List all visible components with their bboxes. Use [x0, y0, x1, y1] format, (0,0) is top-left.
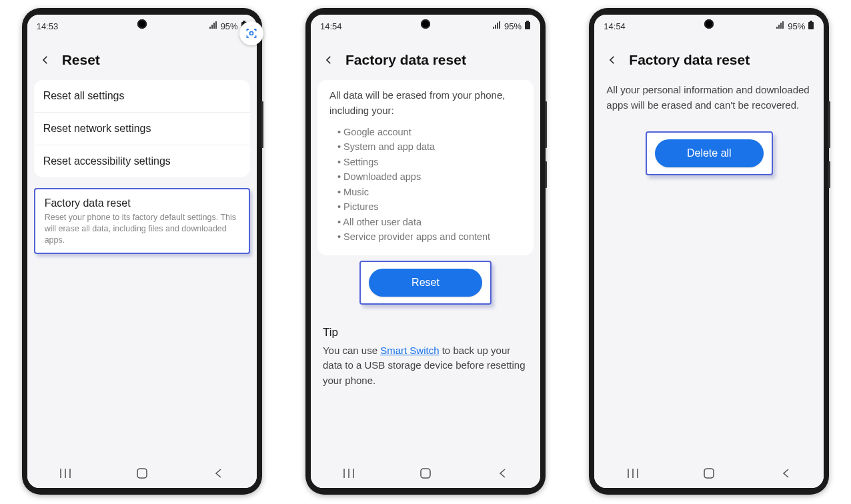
clock: 14:53: [37, 21, 59, 31]
page-header: Factory data reset: [594, 37, 824, 80]
reset-network-settings[interactable]: Reset network settings: [34, 113, 250, 145]
erase-item: Pictures: [337, 199, 522, 214]
back-nav-button[interactable]: [205, 465, 231, 481]
svg-rect-4: [525, 22, 530, 29]
recents-button[interactable]: [335, 465, 362, 481]
home-button[interactable]: [129, 465, 155, 481]
page-title: Factory data reset: [345, 52, 466, 68]
nav-bar: [311, 459, 540, 488]
tip-text-before: You can use: [323, 345, 380, 356]
back-button[interactable]: [321, 53, 336, 67]
reset-accessibility-settings[interactable]: Reset accessibility settings: [34, 145, 250, 177]
front-camera-icon: [137, 19, 147, 29]
home-button[interactable]: [696, 465, 722, 481]
erase-item: Service provider apps and content: [337, 229, 522, 244]
back-nav-button[interactable]: [772, 465, 799, 481]
tip-heading: Tip: [311, 317, 540, 343]
back-button[interactable]: [38, 53, 53, 67]
screenshot-badge[interactable]: [239, 21, 263, 45]
erase-list: Google account System and app data Setti…: [317, 122, 534, 253]
home-button[interactable]: [412, 465, 439, 481]
erase-item: All other user data: [337, 215, 522, 229]
reset-options-card: Reset all settings Reset network setting…: [34, 80, 250, 177]
battery-icon: [524, 21, 531, 32]
page-header: Reset: [27, 37, 257, 80]
erase-item: Settings: [337, 155, 522, 169]
svg-rect-2: [243, 21, 245, 22]
svg-rect-9: [704, 469, 714, 478]
erase-item: System and app data: [337, 139, 522, 154]
reset-button-highlight: Reset: [359, 261, 492, 305]
side-button: [545, 161, 547, 188]
battery-text: 95%: [221, 21, 238, 31]
side-button: [828, 101, 830, 148]
reset-button[interactable]: Reset: [369, 269, 482, 297]
battery-text: 95%: [504, 21, 522, 31]
erase-item: Music: [337, 185, 522, 199]
factory-reset-title: Factory data reset: [45, 197, 239, 209]
back-button[interactable]: [605, 53, 620, 67]
erase-intro: All data will be erased from your phone,…: [317, 80, 534, 122]
side-button: [828, 161, 830, 188]
delete-all-button[interactable]: Delete all: [655, 139, 764, 167]
svg-rect-5: [526, 21, 529, 22]
front-camera-icon: [421, 19, 430, 29]
svg-rect-6: [421, 469, 430, 478]
signal-icon: [492, 21, 502, 31]
recents-button[interactable]: [52, 465, 79, 481]
page-header: Factory data reset: [311, 37, 540, 80]
nav-bar: [27, 459, 257, 488]
front-camera-icon: [704, 19, 714, 29]
factory-data-reset-item[interactable]: Factory data reset Reset your phone to i…: [34, 188, 250, 254]
factory-reset-subtitle: Reset your phone to its factory default …: [45, 212, 239, 246]
back-nav-button[interactable]: [489, 465, 516, 481]
tip-body: You can use Smart Switch to back up your…: [311, 343, 540, 398]
page-title: Reset: [62, 52, 100, 68]
recents-button[interactable]: [620, 465, 646, 481]
phone-frame-3: 14:54 95% Factory data reset All your pe…: [589, 8, 829, 495]
clock: 14:54: [604, 21, 626, 31]
phone-frame-2: 14:54 95% Factory data reset All data wi…: [305, 8, 546, 495]
battery-icon: [808, 21, 814, 32]
signal-icon: [776, 21, 785, 31]
svg-rect-3: [137, 469, 147, 478]
nav-bar: [594, 459, 824, 488]
svg-rect-8: [810, 21, 812, 22]
svg-rect-7: [808, 22, 814, 29]
svg-point-0: [249, 32, 253, 35]
signal-icon: [209, 21, 218, 31]
erase-info-card: All data will be erased from your phone,…: [317, 80, 534, 255]
side-button: [545, 101, 547, 148]
erase-item: Downloaded apps: [337, 169, 522, 184]
confirm-body: All your personal information and downlo…: [594, 80, 824, 117]
battery-text: 95%: [788, 21, 805, 31]
clock: 14:54: [320, 21, 342, 31]
page-title: Factory data reset: [629, 52, 750, 68]
phone-frame-1: 14:53 95% Reset Reset all settings Reset…: [22, 8, 262, 495]
reset-all-settings[interactable]: Reset all settings: [34, 80, 250, 113]
erase-item: Google account: [337, 125, 522, 139]
smart-switch-link[interactable]: Smart Switch: [380, 345, 439, 356]
delete-all-highlight: Delete all: [646, 131, 773, 175]
side-button: [261, 101, 263, 148]
